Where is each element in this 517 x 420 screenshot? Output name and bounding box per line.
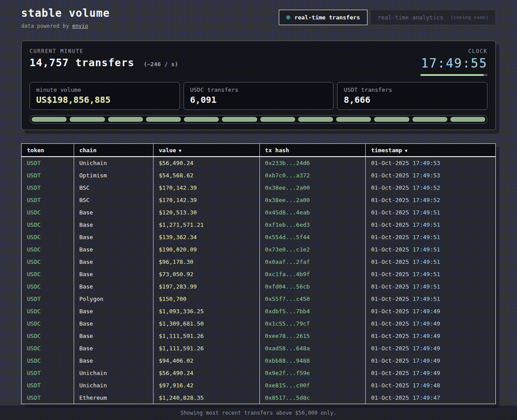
cell-tx-hash[interactable]: 0x38ee...2a00 (259, 181, 366, 194)
table-row[interactable]: USDT BSC $170,142.39 0x38ee...2a00 01-Oc… (22, 181, 495, 194)
envio-link[interactable]: envio (72, 23, 88, 29)
cell-tx-hash[interactable]: 0xfd04...56cb (259, 280, 366, 292)
timestamp-date: 01-Oct-2025 (371, 184, 409, 191)
cell-tx-hash[interactable]: 0x0aaf...2faf (259, 255, 366, 268)
cell-tx-hash[interactable]: 0xbb88...9488 (259, 354, 366, 367)
column-header-chain[interactable]: chain (74, 144, 153, 157)
cell-tx-hash[interactable]: 0xb7c0...a372 (259, 169, 366, 181)
value-label: $197,283.99 (159, 283, 197, 290)
table-row[interactable]: USDT Unichain $97,916.42 0xe815...c00f 0… (22, 379, 495, 391)
cell-token: USDC (22, 342, 74, 354)
table-row[interactable]: USDC Base $1,309,681.50 0x1c55...79cf 01… (22, 317, 495, 330)
cell-tx-hash[interactable]: 0xc1fa...4b9f (259, 268, 366, 280)
table-row[interactable]: USDT Ethereum $1,240,828.35 0x8517...5d8… (22, 391, 495, 404)
tx-hash-link[interactable]: 0x55f7...c450 (265, 296, 310, 302)
cell-tx-hash[interactable]: 0x233b...24d6 (259, 157, 366, 169)
timestamp-time: 17:49:51 (412, 221, 440, 228)
tx-hash-link[interactable]: 0x1c55...79cf (265, 320, 310, 327)
tab-real-time-transfers[interactable]: real-time transfers (279, 10, 367, 25)
cell-tx-hash[interactable]: 0x1c55...79cf (259, 317, 366, 330)
transfers-tbody: USDT Unichain $56,490.24 0x233b...24d6 0… (22, 157, 495, 404)
cell-chain: Base (74, 280, 153, 292)
table-row[interactable]: USDC Base $1,093,336.25 0xdbf5...7bb4 01… (22, 305, 495, 317)
cell-chain: BSC (74, 181, 153, 194)
table-row[interactable]: USDT BSC $170,142.39 0x38ee...2a00 01-Oc… (22, 194, 495, 206)
table-row[interactable]: USDC Base $96,178.30 0x0aaf...2faf 01-Oc… (22, 255, 495, 268)
tx-hash-link[interactable]: 0xbb88...9488 (265, 357, 310, 364)
tab-real-time-analytics[interactable]: real-time analytics (coming soon) (370, 10, 496, 25)
table-row[interactable]: USDT Optimism $54,568.62 0xb7c0...a372 0… (22, 169, 495, 181)
footer-note-bar: Showing most recent transfers above $50,… (0, 405, 517, 420)
column-header-value[interactable]: value▼ (154, 144, 260, 157)
chain-label: Base (79, 221, 93, 228)
cell-tx-hash[interactable]: 0xf1eb...6ed3 (259, 218, 366, 231)
cell-chain: Base (74, 255, 153, 268)
table-row[interactable]: USDT Polygon $150,700 0x55f7...c450 01-O… (22, 292, 495, 305)
timestamp-date: 01-Oct-2025 (371, 394, 409, 401)
cell-token: USDT (22, 391, 74, 404)
table-row[interactable]: USDC Base $197,283.99 0xfd04...56cb 01-O… (22, 280, 495, 292)
minute-segment (412, 117, 447, 122)
table-row[interactable]: USDC Base $120,513.30 0x45d8...4eab 01-O… (22, 206, 495, 218)
cell-timestamp: 01-Oct-202517:49:47 (366, 391, 495, 404)
cell-timestamp: 01-Oct-202517:49:49 (366, 367, 495, 379)
table-row[interactable]: USDC Base $1,271,571.21 0xf1eb...6ed3 01… (22, 218, 495, 231)
table-row[interactable]: USDC Base $94,406.02 0xbb88...9488 01-Oc… (22, 354, 495, 367)
timestamp-date: 01-Oct-2025 (371, 234, 409, 240)
tx-hash-link[interactable]: 0x38ee...2a00 (265, 184, 310, 191)
cell-timestamp: 01-Oct-202517:49:51 (366, 292, 495, 305)
timestamp-time: 17:49:49 (412, 320, 440, 327)
chain-label: Base (79, 357, 93, 364)
cell-token: USDC (22, 330, 74, 342)
sort-desc-icon: ▼ (405, 148, 408, 153)
value-label: $56,490.24 (159, 370, 193, 376)
tx-hash-link[interactable]: 0xee78...2615 (265, 333, 310, 339)
tx-hash-link[interactable]: 0xb7c0...a372 (265, 172, 310, 179)
cell-tx-hash[interactable]: 0x45d8...4eab (259, 206, 366, 218)
chain-label: Base (79, 283, 93, 290)
tx-hash-link[interactable]: 0xc1fa...4b9f (265, 271, 310, 278)
tx-hash-link[interactable]: 0xe815...c00f (265, 382, 310, 389)
cell-tx-hash[interactable]: 0x554d...5f44 (259, 231, 366, 243)
tx-hash-link[interactable]: 0xdbf5...7bb4 (265, 308, 310, 315)
tx-hash-link[interactable]: 0xf1eb...6ed3 (265, 221, 310, 228)
cell-tx-hash[interactable]: 0xee78...2615 (259, 330, 366, 342)
stat-cards: minute volume US$198,856,885 USDC transf… (30, 82, 487, 110)
cell-tx-hash[interactable]: 0x38ee...2a00 (259, 194, 366, 206)
token-label: USDC (27, 333, 41, 339)
cell-chain: Base (74, 243, 153, 255)
tx-hash-link[interactable]: 0x9e2f...f59e (265, 370, 310, 376)
tx-hash-link[interactable]: 0x45d8...4eab (265, 209, 310, 216)
table-row[interactable]: USDC Base $1,111,591.26 0xad58...648a 01… (22, 342, 495, 354)
cell-tx-hash[interactable]: 0xe815...c00f (259, 379, 366, 391)
token-label: USDC (27, 209, 41, 216)
tx-hash-link[interactable]: 0xad58...648a (265, 345, 310, 352)
table-row[interactable]: USDT Unichain $56,490.24 0x233b...24d6 0… (22, 157, 495, 169)
tx-hash-link[interactable]: 0x0aaf...2faf (265, 259, 310, 265)
tx-hash-link[interactable]: 0x38ee...2a00 (265, 197, 310, 203)
timestamp-date: 01-Oct-2025 (371, 382, 409, 389)
column-header-timestamp[interactable]: timestamp▼ (366, 144, 495, 157)
cell-tx-hash[interactable]: 0x8517...5d8c (259, 391, 366, 404)
table-row[interactable]: USDT Unichain $56,490.24 0x9e2f...f59e 0… (22, 367, 495, 379)
table-row[interactable]: USDC Base $190,020.09 0x73e0...c1e2 01-O… (22, 243, 495, 255)
column-header-tx-hash[interactable]: tx hash (259, 144, 366, 157)
cell-tx-hash[interactable]: 0x55f7...c450 (259, 292, 366, 305)
current-minute-label: CURRENT MINUTE (30, 48, 178, 54)
cell-tx-hash[interactable]: 0xad58...648a (259, 342, 366, 354)
cell-tx-hash[interactable]: 0xdbf5...7bb4 (259, 305, 366, 317)
tx-hash-link[interactable]: 0x554d...5f44 (265, 234, 310, 240)
transfers-rate: (~246 / s) (143, 61, 178, 68)
table-row[interactable]: USDC Base $139,362.34 0x554d...5f44 01-O… (22, 231, 495, 243)
table-row[interactable]: USDC Base $73,050.92 0xc1fa...4b9f 01-Oc… (22, 268, 495, 280)
tx-hash-link[interactable]: 0xfd04...56cb (265, 283, 310, 290)
tx-hash-link[interactable]: 0x73e0...c1e2 (265, 246, 310, 253)
cell-tx-hash[interactable]: 0x73e0...c1e2 (259, 243, 366, 255)
cell-tx-hash[interactable]: 0x9e2f...f59e (259, 367, 366, 379)
tx-hash-link[interactable]: 0x8517...5d8c (265, 394, 310, 401)
tx-hash-link[interactable]: 0x233b...24d6 (265, 160, 310, 166)
cell-value: $120,513.30 (154, 206, 260, 218)
table-row[interactable]: USDC Base $1,111,591.26 0xee78...2615 01… (22, 330, 495, 342)
column-header-token[interactable]: token (22, 144, 74, 157)
cell-value: $56,490.24 (154, 157, 260, 169)
